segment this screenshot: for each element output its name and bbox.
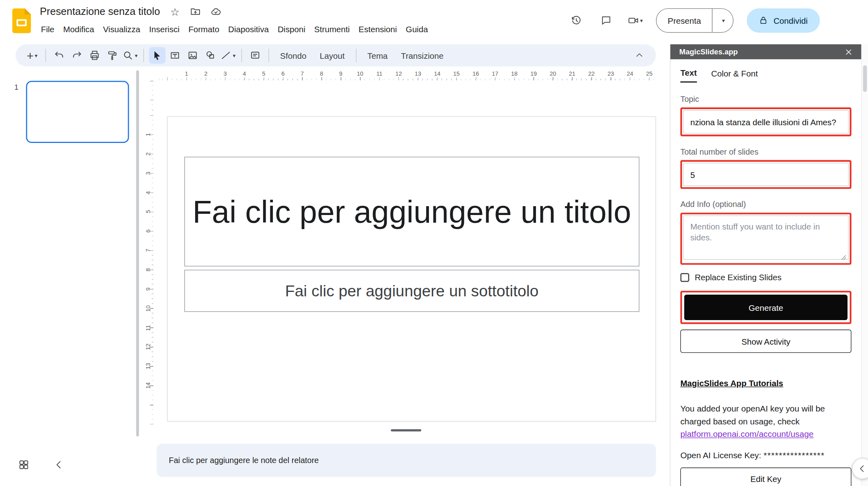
filmstrip-scrollbar[interactable]	[136, 70, 139, 436]
share-button[interactable]: Condividi	[747, 8, 820, 33]
toolbar-separator	[268, 49, 269, 62]
zoom-button[interactable]: ▾	[122, 47, 138, 64]
h-ruler-number: 12	[396, 70, 402, 77]
redo-button[interactable]	[69, 47, 85, 64]
h-ruler-number: 17	[492, 70, 498, 77]
insert-image-button[interactable]	[184, 47, 201, 64]
paint-format-button[interactable]	[104, 47, 121, 64]
transition-button[interactable]: Transizione	[394, 47, 450, 64]
subtitle-placeholder[interactable]: Fai clic per aggiungere un sottotitolo	[184, 270, 639, 312]
h-ruler-number: 13	[415, 70, 421, 77]
usage-link[interactable]: platform.openai.com/account/usage	[680, 429, 814, 438]
h-ruler-number: 15	[453, 70, 460, 77]
menu-item-estensioni[interactable]: Estensioni	[354, 23, 401, 35]
join-call-button[interactable]: ▾	[628, 15, 643, 26]
replace-existing-row: Replace Existing Slides	[680, 273, 852, 282]
comments-icon[interactable]	[598, 12, 614, 29]
print-button[interactable]	[87, 47, 103, 64]
close-panel-button[interactable]	[845, 48, 852, 56]
menu-item-modifica[interactable]: Modifica	[59, 23, 99, 35]
layout-button[interactable]: Layout	[313, 47, 351, 64]
star-button[interactable]: ☆	[169, 6, 181, 17]
show-activity-button[interactable]: Show Activity	[680, 330, 852, 353]
caret-down-icon: ▾	[722, 17, 725, 23]
tab-color-font[interactable]: Color & Font	[711, 68, 758, 83]
v-ruler-number: 13	[144, 363, 151, 370]
share-button-label: Condividi	[773, 16, 808, 25]
panel-title: MagicSlides.app	[679, 48, 738, 56]
h-ruler-number: 14	[434, 70, 440, 77]
h-ruler-number: 1	[185, 70, 188, 77]
h-ruler-number: 10	[357, 70, 363, 77]
document-title[interactable]: Presentazione senza titolo	[40, 6, 160, 18]
speaker-notes[interactable]: Fai clic per aggiungere le note del rela…	[157, 444, 656, 477]
h-ruler-number: 16	[472, 70, 479, 77]
api-usage-note: You added your openAI key you will be ch…	[680, 403, 852, 441]
menu-item-guida[interactable]: Guida	[401, 23, 432, 35]
h-ruler-number: 20	[550, 70, 556, 77]
background-button[interactable]: Sfondo	[274, 47, 313, 64]
tab-text[interactable]: Text	[680, 68, 697, 83]
theme-button[interactable]: Tema	[361, 47, 394, 64]
menu-item-inserisci[interactable]: Inserisci	[144, 23, 184, 35]
magicslides-panel: MagicSlides.app Text Color & Font Topic …	[670, 44, 862, 486]
topic-label: Topic	[680, 95, 852, 103]
panel-tabs: Text Color & Font	[680, 68, 852, 83]
insert-placeholder-button[interactable]	[247, 47, 264, 64]
speaker-notes-placeholder: Fai clic per aggiungere le note del rela…	[169, 456, 319, 465]
text-box-button[interactable]	[167, 47, 183, 64]
edit-key-button[interactable]: Edit Key	[680, 468, 852, 486]
caret-down-icon: ▾	[640, 17, 643, 23]
panel-scrollbar-track[interactable]	[861, 44, 868, 486]
panel-body: Text Color & Font Topic Total number of …	[670, 68, 862, 486]
menu-item-file[interactable]: File	[37, 23, 59, 35]
annotation-topic	[680, 108, 852, 136]
h-ruler-number: 5	[262, 70, 265, 77]
menu-item-diapositiva[interactable]: Diapositiva	[224, 23, 273, 35]
insert-line-button[interactable]: ▾	[220, 47, 236, 64]
caret-down-icon: ▾	[135, 52, 138, 58]
new-slide-button[interactable]: + ▾	[24, 47, 40, 64]
toolbar-separator	[241, 49, 242, 62]
notes-resize-handle[interactable]	[391, 429, 421, 432]
caret-down-icon: ▾	[233, 52, 235, 58]
insert-shape-button[interactable]	[202, 47, 219, 64]
slide-thumbnail-1[interactable]	[26, 81, 129, 143]
h-ruler-number: 21	[569, 70, 575, 77]
google-slides-logo[interactable]	[12, 8, 31, 33]
h-ruler-number: 6	[281, 70, 285, 77]
slides-count-input[interactable]	[683, 163, 849, 186]
panel-scrollbar-thumb[interactable]	[863, 65, 867, 92]
replace-existing-checkbox[interactable]	[680, 273, 689, 282]
h-ruler-number: 19	[530, 70, 537, 77]
v-ruler-number: 9	[144, 287, 151, 291]
close-icon	[845, 48, 852, 56]
select-tool-button[interactable]	[149, 47, 165, 64]
menu-item-disponi[interactable]: Disponi	[273, 23, 310, 35]
slide-canvas[interactable]: Fai clic per aggiungere un titolo Fai cl…	[167, 116, 656, 422]
title-placeholder[interactable]: Fai clic per aggiungere un titolo	[184, 157, 639, 266]
menu-item-visualizza[interactable]: Visualizza	[99, 23, 145, 35]
cloud-status-icon[interactable]	[210, 6, 222, 17]
generate-button[interactable]: Generate	[684, 295, 847, 320]
collapse-filmstrip-icon[interactable]	[51, 457, 68, 473]
present-options-button[interactable]: ▾	[712, 9, 733, 32]
move-folder-icon[interactable]	[190, 6, 201, 17]
tutorials-link[interactable]: MagicSlides App Tutorials	[680, 378, 783, 388]
present-button[interactable]: Presenta	[657, 9, 712, 32]
grid-view-icon[interactable]	[16, 457, 32, 473]
add-info-textarea[interactable]	[683, 215, 849, 260]
menu-item-strumenti[interactable]: Strumenti	[310, 23, 354, 35]
version-history-icon[interactable]	[568, 12, 585, 29]
h-ruler-number: 11	[376, 70, 382, 77]
menu-item-formato[interactable]: Formato	[184, 23, 224, 35]
caret-down-icon: ▾	[35, 52, 37, 58]
undo-button[interactable]	[51, 47, 68, 64]
v-ruler-number: 8	[144, 268, 151, 271]
slide-number: 1	[14, 83, 19, 91]
v-ruler-number: 6	[144, 230, 151, 233]
topic-input[interactable]	[683, 110, 849, 134]
hide-menus-button[interactable]	[631, 47, 647, 64]
menu-bar: FileModificaVisualizzaInserisciFormatoDi…	[37, 23, 433, 35]
license-mask: ****************	[763, 451, 825, 460]
